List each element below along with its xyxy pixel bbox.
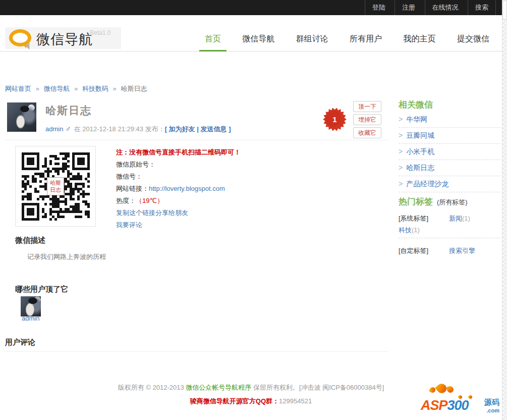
main-nav: 首页 微信导航 群组讨论 所有用户 我的主页 提交微信 (191, 34, 495, 51)
field-original-id: 微信原始号： (116, 161, 283, 168)
chevron-right-icon: > (399, 115, 403, 123)
breadcrumb-wechat-directory[interactable]: 微信导航 (43, 85, 70, 92)
tag-count: (1) (412, 226, 420, 234)
breadcrumb-separator: » (113, 85, 117, 92)
watermark-cn: 源码 (484, 398, 499, 407)
asp300-watermark: ASP300 源码 .com (420, 383, 505, 418)
nav-group-discussion[interactable]: 群组讨论 (291, 34, 334, 51)
watermark-asp: ASP (421, 398, 447, 413)
flame-icon (446, 386, 455, 394)
hot-tags-heading: 热门标签(所有标签) (399, 196, 468, 207)
qr-center-label: 哈斯 日志 (47, 177, 64, 195)
voters-heading: 哪些用户顶了它 (15, 285, 68, 294)
scrollbar-track[interactable] (502, 0, 507, 420)
field-heat: 热度：（19℃） (116, 197, 283, 204)
logo-bubble-tail (21, 42, 28, 49)
breadcrumb-tech-category[interactable]: 科技数码 (82, 85, 108, 92)
field-label: 网站链接： (116, 185, 149, 192)
copyright-prefix: 版权所有 © 2012-2013 (118, 384, 186, 391)
wechat-details: 注：没有微信号直接手机扫描二维码即可！ 微信原始号： 微信号： 网站链接：htt… (116, 149, 283, 234)
vote-count-badge: 1 (323, 108, 347, 131)
watermark-com: .com (484, 407, 499, 413)
program-link[interactable]: 微信公众帐号导航程序 (186, 384, 251, 391)
related-link[interactable]: 哈斯日志 (406, 164, 434, 172)
all-tags-link[interactable]: (所有标签) (437, 198, 468, 206)
online-status-link[interactable]: 在线情况 (425, 0, 466, 15)
watermark-right: 源码 .com (484, 398, 499, 413)
list-item: >小米手机 (399, 144, 500, 160)
related-wechat-heading: 相关微信 (399, 99, 433, 111)
article-meta: admin♂在 2012-12-18 21:29:43 发布：[ 加为好友 | … (45, 124, 231, 134)
list-item: >哈斯日志 (399, 160, 500, 176)
topbar-menu: 登陆 注册 在线情况 搜索 (365, 0, 496, 15)
register-link[interactable]: 注册 (395, 0, 422, 15)
scrollbar-thumb[interactable] (502, 1, 507, 20)
list-item: >牛华网 (399, 112, 500, 128)
flame-icon (468, 395, 473, 400)
bracket-close: ] (229, 125, 231, 133)
comment-link[interactable]: 我要评论 (116, 221, 142, 229)
send-message-link[interactable]: 发送信息 (201, 125, 227, 133)
nav-home[interactable]: 首页 (199, 34, 227, 51)
related-link[interactable]: 小米手机 (406, 147, 434, 155)
breadcrumb-current: 哈斯日志 (121, 85, 147, 92)
heat-value: （19℃） (136, 197, 163, 204)
meta-divider: | (197, 125, 199, 133)
qq-group-number: 129954521 (279, 397, 312, 405)
nav-my-page[interactable]: 我的主页 (398, 34, 441, 51)
breadcrumb-site-home[interactable]: 网站首页 (5, 85, 31, 92)
tag-link[interactable]: 新闻 (449, 215, 462, 222)
qr-label-line2: 日志 (50, 187, 61, 193)
chevron-right-icon: > (399, 131, 403, 139)
site-logo[interactable]: 微信导航 Beta1.0 (5, 27, 121, 49)
qr-code-box: 哈斯 日志 (15, 146, 96, 227)
tags-divider (399, 238, 500, 238)
publish-date: 2012-12-18 21:29:43 (82, 125, 143, 133)
field-wechat-id: 微信号： (116, 173, 283, 180)
custom-tags-label: [自定标签] (399, 247, 428, 254)
voter-name-link[interactable]: admin (22, 314, 39, 322)
qq-group-label: 骏商微信导航开源官方QQ群： (190, 397, 279, 405)
tag-count: (1) (462, 215, 470, 222)
share-link[interactable]: 复制这个链接分享给朋友 (116, 209, 188, 217)
tag-link[interactable]: 搜索引擎 (449, 247, 475, 254)
list-item: >产品经理沙龙 (399, 176, 500, 192)
field-website: 网站链接：http://loverty.blogspot.com (116, 185, 283, 192)
related-link[interactable]: 牛华网 (406, 115, 427, 123)
chevron-right-icon: > (399, 147, 403, 155)
related-link[interactable]: 豆瓣同城 (406, 131, 434, 139)
breadcrumb-separator: » (36, 85, 39, 92)
breadcrumb: 网站首页 » 微信导航 » 科技数码 » 哈斯日志 (5, 84, 147, 93)
voter-avatar[interactable] (21, 296, 41, 317)
nav-submit-wechat[interactable]: 提交微信 (452, 34, 495, 51)
search-link[interactable]: 搜索 (468, 0, 496, 15)
header: 微信导航 Beta1.0 首页 微信导航 群组讨论 所有用户 我的主页 提交微信 (0, 15, 502, 51)
tag-link[interactable]: 科技 (399, 226, 412, 234)
comments-heading: 用户评论 (5, 338, 35, 347)
watermark-300: 300 (447, 398, 469, 413)
logo-beta-tag: Beta1.0 (90, 29, 110, 36)
upvote-button[interactable]: 顶一下 (353, 101, 381, 112)
qr-label-line1: 哈斯 (50, 180, 61, 186)
nav-wechat-directory[interactable]: 微信导航 (237, 34, 280, 51)
comments-divider (5, 351, 388, 352)
website-link[interactable]: http://loverty.blogspot.com (149, 185, 225, 192)
article-title: 哈斯日志 (45, 103, 92, 118)
hot-tags-title: 热门标签 (399, 197, 433, 206)
related-link[interactable]: 产品经理沙龙 (406, 180, 448, 188)
meta-suffix: 发布： (145, 125, 165, 133)
description-text: 记录我们网路上奔波的历程 (27, 252, 106, 261)
bury-button[interactable]: 埋掉它 (353, 114, 381, 125)
list-item: >豆瓣同城 (399, 128, 500, 144)
nav-all-users[interactable]: 所有用户 (344, 34, 387, 51)
chevron-right-icon: > (399, 164, 403, 172)
field-label: 热度： (116, 197, 136, 204)
related-wechat-list: >牛华网 >豆瓣同城 >小米手机 >哈斯日志 >产品经理沙龙 (399, 112, 500, 192)
author-avatar[interactable] (7, 102, 36, 132)
field-label: 微信号： (116, 173, 142, 180)
vote-count: 1 (323, 115, 347, 124)
favorite-button[interactable]: 收藏它 (353, 127, 381, 138)
author-link[interactable]: admin (45, 125, 63, 133)
add-friend-link[interactable]: 加为好友 (169, 125, 195, 133)
login-link[interactable]: 登陆 (365, 0, 392, 15)
